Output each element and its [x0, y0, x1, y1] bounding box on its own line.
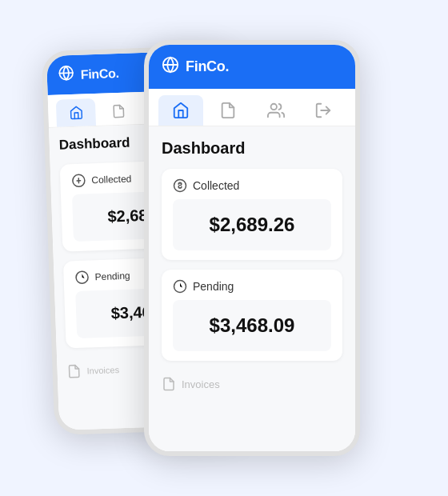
front-nav-users[interactable]	[254, 95, 298, 126]
front-nav-logout[interactable]	[302, 95, 346, 126]
back-brand-name: FinCo.	[80, 66, 119, 82]
svg-line-1	[59, 73, 73, 74]
back-collected-label: Collected	[91, 174, 131, 186]
front-brand-icon	[162, 56, 179, 78]
front-pending-value: $3,468.09	[210, 314, 295, 336]
front-header: FinCo.	[149, 45, 355, 89]
front-nav-documents[interactable]	[206, 95, 251, 126]
front-collected-value: $2,689.26	[210, 214, 295, 235]
front-pending-label-row: Pending	[173, 279, 331, 294]
back-nav-documents[interactable]	[98, 97, 138, 126]
phone-front: FinCo. Dashboard Col	[144, 40, 360, 456]
front-page-title: Dashboard	[162, 139, 342, 158]
front-invoices-row[interactable]: Invoices	[162, 370, 342, 398]
front-content: Dashboard Collected $2,689.26	[149, 126, 355, 456]
front-pending-card: Pending $3,468.09	[162, 270, 342, 361]
front-brand-name: FinCo.	[186, 58, 229, 75]
dollar-circle-icon	[173, 178, 187, 193]
front-collected-value-box: $2,689.26	[173, 199, 331, 250]
front-nav-home[interactable]	[158, 95, 203, 126]
back-invoices-label: Invoices	[86, 365, 119, 375]
clock-icon	[173, 279, 187, 294]
front-collected-label-row: Collected	[173, 178, 331, 193]
back-pending-label: Pending	[94, 270, 130, 283]
front-collected-label: Collected	[193, 179, 239, 192]
front-pending-value-box: $3,468.09	[173, 300, 331, 351]
invoices-icon	[162, 377, 176, 391]
front-pending-label: Pending	[193, 280, 234, 293]
svg-point-10	[270, 104, 276, 110]
front-collected-card: Collected $2,689.26	[162, 169, 342, 260]
back-brand-icon	[58, 65, 74, 86]
back-nav-home[interactable]	[56, 98, 96, 127]
front-invoices-label: Invoices	[182, 378, 220, 390]
front-nav	[149, 89, 355, 126]
